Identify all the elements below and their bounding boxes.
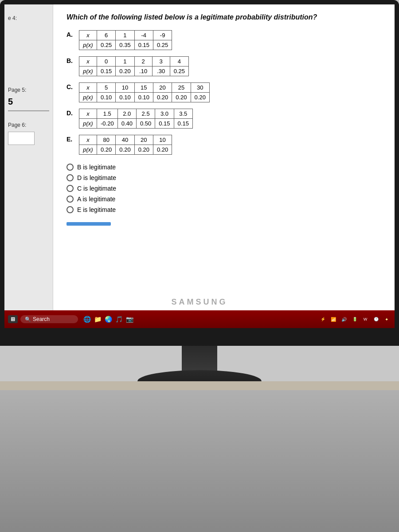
table-c-x: x — [79, 83, 97, 93]
option-d-row: D. x 1.5 2.0 2.5 3.0 3.5 p(x) -0.20 — [66, 109, 381, 129]
main-content: Which of the following listed below is a… — [53, 4, 395, 310]
tray-clock: 🕐 — [372, 315, 380, 324]
start-button[interactable]: ⊞ — [8, 315, 18, 323]
taskbar-app1[interactable]: 🌐 — [82, 315, 91, 324]
tray-battery: 🔋 — [350, 315, 359, 324]
answer-choice-c[interactable]: C is legitimate — [66, 185, 381, 192]
sidebar-page4-label: e 4: — [8, 15, 17, 21]
sidebar-page5-label: Page 5: — [8, 87, 26, 93]
option-c-letter: C. — [66, 83, 75, 90]
windows-icon: ⊞ — [11, 316, 15, 322]
option-d-letter: D. — [66, 110, 75, 117]
radio-b[interactable] — [66, 164, 74, 171]
table-b-x: x — [79, 57, 97, 66]
taskbar-app3[interactable]: 🌏 — [104, 315, 113, 324]
taskbar: ⊞ 🔍 Search 🌐 📁 🌏 🎵 📷 ⚡ 📶 🔊 🔋 W 🕐 ✦ — [4, 310, 395, 328]
sidebar: e 4: Page 5: 5 Page 6: — [4, 4, 53, 310]
option-b-row: B. x 0 1 2 3 4 p(x) 0.15 — [66, 56, 381, 76]
question-title: Which of the following listed below is a… — [66, 13, 381, 21]
sidebar-item-page6-label[interactable]: Page 6: — [4, 120, 53, 130]
radio-c[interactable] — [66, 185, 74, 192]
sidebar-item-page4[interactable]: e 4: — [4, 13, 53, 23]
sidebar-page6-label: Page 6: — [8, 122, 26, 128]
taskbar-search-bar[interactable]: 🔍 Search — [20, 315, 78, 323]
answer-choice-e[interactable]: E is legitimate — [66, 206, 381, 213]
option-b-letter: B. — [66, 57, 75, 64]
floor-area — [0, 390, 399, 532]
answer-a-label: A is legitimate — [77, 196, 115, 203]
tray-time: ⚡ — [318, 315, 327, 324]
option-a-row: A. x 6 1 -4 -9 p(x) 0.25 0.35 — [66, 30, 381, 50]
answer-c-label: C is legitimate — [77, 185, 116, 192]
table-e-px: p(x) — [79, 145, 97, 155]
sidebar-item-page5-label[interactable]: Page 5: — [4, 85, 53, 95]
monitor-neck — [182, 346, 217, 372]
taskbar-app4[interactable]: 🎵 — [114, 315, 123, 324]
screen-samsung-label: SAMSUNG — [171, 297, 227, 307]
table-e-x: x — [79, 135, 97, 145]
table-a-x: x — [79, 31, 97, 40]
radio-d[interactable] — [66, 174, 74, 181]
tray-sound: 🔊 — [340, 315, 348, 324]
table-c-px: p(x) — [79, 93, 97, 102]
screen-content: e 4: Page 5: 5 Page 6: — [4, 4, 395, 310]
taskbar-app5[interactable]: 📷 — [125, 315, 134, 324]
table-b-px: p(x) — [79, 66, 97, 76]
option-c-row: C. x 5 10 15 20 25 30 p(x) — [66, 82, 381, 102]
monitor-bezel: e 4: Page 5: 5 Page 6: — [0, 0, 399, 346]
tray-wifi: 📶 — [329, 315, 338, 324]
table-a-px: p(x) — [79, 40, 97, 50]
table-d-px: p(x) — [79, 119, 97, 129]
answer-b-label: B is legitimate — [77, 164, 116, 171]
sidebar-page5-num[interactable]: 5 — [4, 95, 53, 109]
taskbar-search-label: Search — [33, 316, 50, 322]
taskbar-app2[interactable]: 📁 — [93, 315, 102, 324]
table-a: x 6 1 -4 -9 p(x) 0.25 0.35 0.15 0.25 — [79, 30, 172, 50]
table-c: x 5 10 15 20 25 30 p(x) 0.10 0.10 — [79, 82, 210, 102]
table-d-x: x — [79, 109, 97, 119]
option-e-row: E. x 80 40 20 10 p(x) 0.20 0.20 — [66, 135, 381, 155]
table-e: x 80 40 20 10 p(x) 0.20 0.20 0.20 0.20 — [79, 135, 172, 155]
answer-choice-b[interactable]: B is legitimate — [66, 164, 381, 171]
answer-e-label: E is legitimate — [77, 206, 116, 213]
table-b: x 0 1 2 3 4 p(x) 0.15 0.20 .10 .30 — [79, 56, 189, 76]
radio-a[interactable] — [66, 196, 74, 203]
nav-button[interactable] — [66, 222, 111, 226]
monitor-screen: e 4: Page 5: 5 Page 6: — [4, 4, 395, 328]
answer-d-label: D is legitimate — [77, 174, 116, 181]
answer-choice-a[interactable]: A is legitimate — [66, 196, 381, 203]
radio-e[interactable] — [66, 206, 74, 213]
answer-choice-d[interactable]: D is legitimate — [66, 174, 381, 181]
option-a-letter: A. — [66, 31, 75, 38]
system-tray: ⚡ 📶 🔊 🔋 W 🕐 ✦ — [318, 315, 391, 324]
answer-choices: B is legitimate D is legitimate C is leg… — [66, 164, 381, 213]
tray-misc: ✦ — [382, 315, 391, 324]
option-e-letter: E. — [66, 136, 75, 143]
search-icon: 🔍 — [25, 317, 31, 322]
tray-lang: W — [361, 315, 370, 324]
table-d: x 1.5 2.0 2.5 3.0 3.5 p(x) -0.20 0.40 0.… — [79, 109, 193, 129]
